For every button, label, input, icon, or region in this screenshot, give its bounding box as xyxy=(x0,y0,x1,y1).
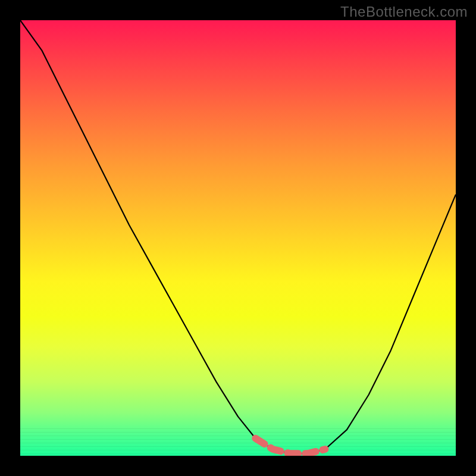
watermark-text: TheBottleneck.com xyxy=(340,4,468,20)
optimal-region-highlight xyxy=(255,439,325,454)
bottleneck-curve-path xyxy=(20,20,456,453)
bottleneck-curve-svg xyxy=(20,20,456,456)
chart-frame: TheBottleneck.com xyxy=(0,0,476,476)
